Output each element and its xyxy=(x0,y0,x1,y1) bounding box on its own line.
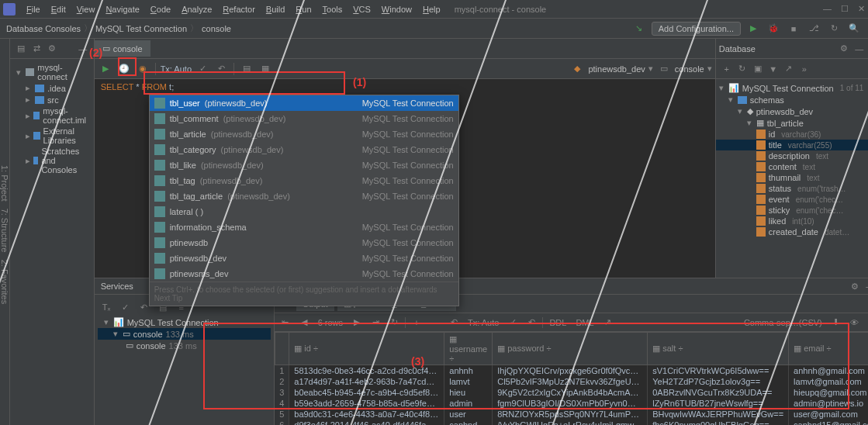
menu-file[interactable]: File xyxy=(22,3,45,16)
tab-console[interactable]: ▭ console xyxy=(95,40,150,57)
menu-code[interactable]: Code xyxy=(146,3,175,16)
more-icon[interactable]: » xyxy=(797,61,812,77)
gear-icon[interactable]: ⚙ xyxy=(847,278,863,294)
ddl-button[interactable]: DDL xyxy=(546,318,569,327)
table-row[interactable]: 3b0eabc45-b945-4e7c-a9b4-c9d5ef81dee1hie… xyxy=(275,387,868,398)
table-row[interactable]: 4b59e3add-2659-4758-b85a-d5e9fe804e89adm… xyxy=(275,398,868,409)
maximize-icon[interactable]: ☐ xyxy=(841,4,849,14)
export-icon[interactable]: ⬇ xyxy=(828,315,844,330)
menu-window[interactable]: Window xyxy=(377,3,417,16)
add-icon[interactable]: + xyxy=(719,61,735,77)
table-row[interactable]: 5ba9d0c31-c4e6-4433-a0a7-e40c4f8ffd86use… xyxy=(275,409,868,420)
git-icon[interactable]: ⎇ xyxy=(806,21,821,36)
refresh-icon[interactable]: ↻ xyxy=(735,61,750,77)
view-icon[interactable]: 👁 xyxy=(847,315,863,330)
hide-icon[interactable]: — xyxy=(852,41,867,57)
prev-page-icon[interactable]: ◀ xyxy=(296,315,312,330)
autocomplete-item[interactable]: tbl_like(ptinewsdb_dev)MySQL Test Connec… xyxy=(150,157,458,173)
debug-icon[interactable]: 🐞 xyxy=(766,21,781,36)
project-tree[interactable]: ▾mysql-connect ▸.idea▸src▸mysql-connect.… xyxy=(10,59,94,178)
execute-icon[interactable]: ▶ xyxy=(98,61,113,77)
column-item[interactable]: contenttext xyxy=(716,161,868,172)
table-row[interactable]: 2a17d4d97-a41f-4eb2-963b-7a47cde31fbalam… xyxy=(275,376,868,387)
menu-view[interactable]: View xyxy=(72,3,100,16)
autocomplete-item[interactable]: tbl_tag(ptinewsdb_dev)MySQL Test Connect… xyxy=(150,173,458,188)
autocomplete-item[interactable]: tbl_tag_article(ptinewsdb_dev)MySQL Test… xyxy=(150,188,458,204)
next-page-icon[interactable]: ▶ xyxy=(349,315,365,330)
autocomplete-item[interactable]: ptinewsdb_devMySQL Test Connection xyxy=(150,251,458,266)
commit-icon[interactable]: ✓ xyxy=(195,61,210,77)
stop-icon[interactable]: ■ xyxy=(786,21,801,36)
project-root[interactable]: mysql-connect xyxy=(37,63,90,81)
autocomplete-item[interactable]: lateral ( ) xyxy=(150,204,458,219)
close-icon[interactable]: ✕ xyxy=(858,4,865,14)
breadcrumb-item[interactable]: console xyxy=(202,24,231,33)
tx-mode-selector[interactable]: Tx: Auto xyxy=(161,64,192,74)
column-item[interactable]: eventenum('chec… xyxy=(716,194,868,205)
output-icon[interactable]: ▦ xyxy=(258,61,273,77)
column-header[interactable]: ▦ email ÷ xyxy=(789,333,868,365)
result-grid[interactable]: ▦ id ÷▦ username ÷▦ password ÷▦ salt ÷▦ … xyxy=(275,332,868,425)
menu-help[interactable]: Help xyxy=(418,3,445,16)
autocomplete-item[interactable]: ptinewsdbMySQL Test Connection xyxy=(150,235,458,251)
gear-icon[interactable]: ⚙ xyxy=(44,41,60,57)
project-view-icon[interactable]: ▤ xyxy=(13,41,29,57)
project-item[interactable]: ▸src xyxy=(10,94,94,105)
column-item[interactable]: created_datedatet… xyxy=(716,226,868,237)
column-item[interactable]: statusenum('trash… xyxy=(716,183,868,194)
column-header[interactable]: ▦ salt ÷ xyxy=(648,333,789,365)
tx-mode[interactable]: Tx: Auto xyxy=(465,318,502,327)
minimize-icon[interactable]: — xyxy=(823,4,832,14)
column-item[interactable]: stickyenum('chec… xyxy=(716,205,868,216)
column-item[interactable]: likedint(10) xyxy=(716,216,868,226)
sql-editor[interactable]: SELECT * FROM t; tbl_user(ptinewsdb_dev)… xyxy=(95,79,715,95)
run-icon[interactable]: ▶ xyxy=(745,21,761,36)
breadcrumb-item[interactable]: MySQL Test Connection xyxy=(95,24,187,33)
menu-build[interactable]: Build xyxy=(261,3,289,16)
menu-vcs[interactable]: VCS xyxy=(348,3,375,16)
table-row[interactable]: 15813dc9e-0be3-46cc-a2cd-d9c0cf442855anh… xyxy=(275,365,868,377)
database-tree[interactable]: ▾📊MySQL Test Connection1 of 11 ▾schemas … xyxy=(716,79,868,240)
schema-selector[interactable]: ptinewsdb_dev xyxy=(588,64,645,74)
autocomplete-item[interactable]: ptinewsms_devMySQL Test Connection xyxy=(150,266,458,282)
delete-row-icon[interactable]: − xyxy=(427,315,443,330)
autocomplete-item[interactable]: tbl_user(ptinewsdb_dev)MySQL Test Connec… xyxy=(150,95,458,111)
column-item[interactable]: thumnailtext xyxy=(716,172,868,183)
column-header[interactable]: ▦ password ÷ xyxy=(493,333,648,365)
autocomplete-item[interactable]: information_schemaMySQL Test Connection xyxy=(150,219,458,235)
settings-icon[interactable]: ▤ xyxy=(239,61,254,77)
column-item[interactable]: descriptiontext xyxy=(716,150,868,161)
revert-icon[interactable]: ↶ xyxy=(446,315,462,330)
explain-icon[interactable]: ◉ xyxy=(135,61,150,77)
console-selector[interactable]: console xyxy=(675,64,704,74)
rollback-icon[interactable]: ↶ xyxy=(213,61,229,77)
table-row[interactable]: 6d9f3e46f-2014-4f46-ac40-dfd446fa99d5can… xyxy=(275,420,868,425)
project-item[interactable]: ▸mysql-connect.iml xyxy=(10,105,94,126)
dml-button[interactable]: DML xyxy=(572,318,597,327)
menu-edit[interactable]: Edit xyxy=(47,3,71,16)
refresh-icon[interactable]: ↻ xyxy=(386,315,402,330)
breadcrumb-item[interactable]: Database Consoles xyxy=(6,24,81,33)
collapse-icon[interactable]: ⇄ xyxy=(29,41,44,57)
menu-run[interactable]: Run xyxy=(291,3,316,16)
add-row-icon[interactable]: + xyxy=(409,315,424,330)
export-format[interactable]: Comma-sep…(CSV) xyxy=(741,318,825,327)
column-item[interactable]: idvarchar(36) xyxy=(716,129,868,140)
search-icon[interactable]: 🔍 xyxy=(846,21,862,36)
menu-navigate[interactable]: Navigate xyxy=(101,3,144,16)
gear-icon[interactable]: ⚙ xyxy=(836,41,852,57)
run-config-selector[interactable]: Add Configuration... xyxy=(652,22,741,36)
autocomplete-item[interactable]: tbl_comment(ptinewsdb_dev)MySQL Test Con… xyxy=(150,111,458,126)
menu-tools[interactable]: Tools xyxy=(318,3,348,16)
column-header[interactable]: ▦ username ÷ xyxy=(444,333,493,365)
project-item[interactable]: ▸Scratches and Consoles xyxy=(10,146,94,175)
hide-icon[interactable]: — xyxy=(863,278,868,294)
left-gutter[interactable]: 1: Project 7: Structure 2: Favorites xyxy=(0,39,10,425)
stop-icon[interactable]: ▣ xyxy=(750,61,766,77)
history-icon[interactable]: 🕘 xyxy=(116,61,132,77)
last-page-icon[interactable]: ⇥ xyxy=(368,315,383,330)
project-item[interactable]: ▸External Libraries xyxy=(10,126,94,146)
jump-icon[interactable]: ↗ xyxy=(781,61,797,77)
project-item[interactable]: ▸.idea xyxy=(10,82,94,94)
update-icon[interactable]: ↻ xyxy=(826,21,842,36)
